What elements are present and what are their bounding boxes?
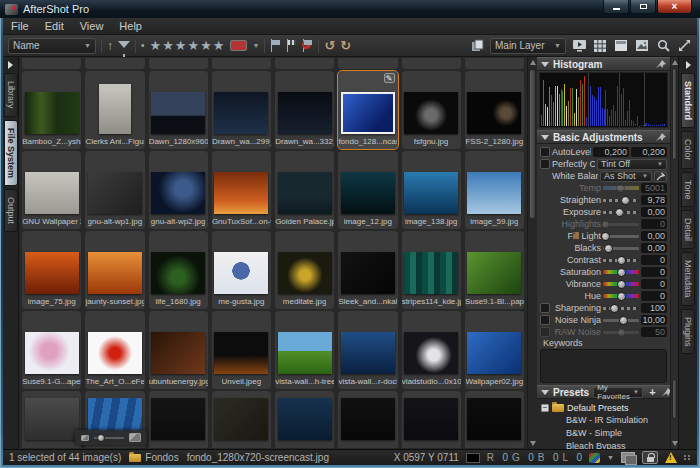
resize-grip[interactable] [684,455,691,460]
slider-value[interactable]: 100 [641,303,667,313]
thumbnail-cell[interactable] [212,391,271,448]
menu-item-view[interactable]: View [72,20,112,32]
slider-knob[interactable] [617,268,626,277]
thumbnail-cell[interactable]: Bamboo_Z...ysha.jpg [22,71,81,149]
menu-item-help[interactable]: Help [111,20,150,32]
slider-value[interactable]: 5001 [641,183,667,193]
slider-knob[interactable] [604,244,613,253]
preset-collection-select[interactable]: My Favorites ▼ [593,387,643,398]
thumbnail-cell[interactable]: gnu-alt-wp2.jpg [149,151,208,229]
sidebar-tab-file-system[interactable]: File System [4,120,18,186]
slider-track[interactable] [603,235,639,238]
sharpening-checkbox[interactable] [540,303,550,313]
preset-item[interactable]: B&W - IR Simulation [541,414,670,427]
pin-icon[interactable] [662,388,670,397]
autolevel-high-value[interactable]: 0,200 [631,147,667,157]
image-view-icon[interactable] [634,39,650,53]
thumbnail-cell[interactable]: ubuntuenergy.jpg [149,311,208,389]
star-icon[interactable]: ★ [213,38,226,53]
thumbnail-cell[interactable]: meditate.jpg [275,231,334,309]
thumbnail-view-icon[interactable] [592,39,608,53]
thumbnail-cell[interactable]: Suse9.1-G...apers.jpg [22,311,81,389]
thumbnail-cell[interactable]: gnu-alt-wp1.jpg [85,151,144,229]
thumbnail-cell[interactable]: GnuTuxSof...on-v1.jpg [212,151,271,229]
slider-value[interactable]: 0 [641,291,667,301]
close-button[interactable]: × [657,0,692,14]
slider-knob[interactable] [617,292,626,301]
thumbnail-cell[interactable] [22,391,81,448]
slider-track[interactable] [603,307,639,310]
scrollbar-thumb[interactable] [672,68,677,160]
dual-image-icon[interactable] [621,452,635,463]
thumbnail-cell[interactable]: ✎fondo_128...ncast.jpg [338,71,397,149]
thumbnail-cell[interactable] [402,58,461,69]
menu-item-edit[interactable]: Edit [37,20,72,32]
panel-tab-metadata[interactable]: Metadata [681,252,695,306]
thumbnail-cell[interactable] [85,58,144,69]
slider-knob[interactable] [610,304,619,313]
slider-value[interactable]: 0,00 [641,231,667,241]
collapse-triangle-icon[interactable] [541,135,549,140]
slider-knob[interactable] [617,280,626,289]
star-icon[interactable]: ★ [150,38,163,53]
scroll-down-icon[interactable] [530,441,536,446]
fullscreen-icon[interactable] [676,39,692,53]
collapse-triangle-icon[interactable] [541,390,549,395]
slider-value[interactable]: 0 [641,255,667,265]
chevron-down-icon[interactable]: ▼ [252,42,259,49]
thumbnail-cell[interactable]: Drawn_wa...299_.jpg [212,71,271,149]
thumbnail-cell[interactable] [338,58,397,69]
flag-reject-icon[interactable] [302,39,313,52]
titlebar[interactable]: AfterShot Pro × [0,0,700,18]
sort-ascending-icon[interactable]: ↑ [107,39,113,53]
thumbnail-cell[interactable] [275,58,334,69]
collapse-expander-icon[interactable]: − [541,404,549,412]
thumbnail-cell[interactable]: image_59.jpg [465,151,524,229]
panel-tab-plugins[interactable]: Plugins [681,309,695,355]
slider-knob[interactable] [617,256,626,265]
slider-value[interactable]: 0 [641,267,667,277]
thumbnail-cell[interactable]: image_75.jpg [22,231,81,309]
add-preset-button[interactable]: + [647,387,658,398]
eyedropper-icon[interactable] [654,171,667,182]
slider-track[interactable] [603,319,639,322]
color-management-icon[interactable] [589,453,600,463]
thumbnail-cell[interactable] [465,58,524,69]
perfectly-clear-select[interactable]: Tint Off ▼ [597,159,667,170]
star-icon[interactable]: ★ [187,38,200,53]
rotate-left-icon[interactable]: ↺ [324,39,335,52]
thumbnail-cell[interactable]: fsfgnu.jpg [402,71,461,149]
thumbnail-cell[interactable]: Sleek_and...nkahn.jpg [338,231,397,309]
slider-track[interactable] [603,270,639,274]
star-icon[interactable]: ★ [175,38,188,53]
sidebar-tab-library[interactable]: Library [4,73,18,117]
lock-icon[interactable] [642,451,658,464]
slider-track[interactable] [603,223,639,226]
maximize-button[interactable] [630,0,656,14]
basic-adjustments-header[interactable]: Basic Adjustments [537,130,670,144]
thumbnail-cell[interactable]: image_12.jpg [338,151,397,229]
presets-header[interactable]: Presets My Favorites ▼ + [537,385,670,399]
slider-value[interactable]: 0 [641,279,667,289]
scroll-up-icon[interactable] [530,60,536,65]
slider-track[interactable] [603,259,639,262]
flag-finished-icon[interactable] [286,39,297,52]
warning-icon[interactable] [665,452,677,463]
slider-knob[interactable] [616,184,625,193]
expand-arrow-icon[interactable] [8,61,13,69]
thumbnail-cell[interactable]: vista-wall...h-tree.jpg [275,311,334,389]
perfectly-clear-checkbox[interactable] [540,159,550,169]
histogram-header[interactable]: Histogram [537,57,670,71]
thumbnail-cell[interactable]: Golden Palace.jpg [275,151,334,229]
slider-knob[interactable] [601,220,610,229]
thumbnail-cell[interactable] [338,391,397,448]
white-balance-select[interactable]: As Shot ▼ [600,171,652,182]
scrollbar-thumb[interactable] [529,69,536,219]
thumbnail-cell[interactable]: life_1680.jpg [149,231,208,309]
slider-knob[interactable] [601,232,610,241]
sort-by-select[interactable]: Name ▼ [8,38,96,54]
scroll-up-icon[interactable] [672,60,678,65]
slideshow-icon[interactable] [571,39,587,53]
thumbnail-cell[interactable]: me-gusta.jpg [212,231,271,309]
thumbnail-cell[interactable]: vladstudio...0x1024.jpg [402,311,461,389]
